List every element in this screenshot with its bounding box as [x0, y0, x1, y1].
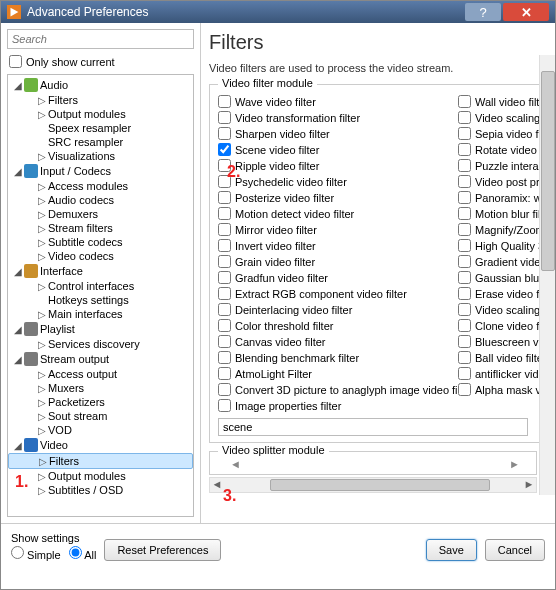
expand-icon[interactable]: ▷ — [36, 339, 48, 350]
only-show-current-box[interactable] — [9, 55, 22, 68]
filter-checkbox[interactable]: Scene video filter — [218, 143, 458, 156]
tree-item-audio[interactable]: ◢Audio — [8, 77, 193, 93]
filter-checkbox[interactable]: Alpha mask video — [458, 383, 548, 396]
expand-icon[interactable]: ▷ — [36, 95, 48, 106]
expand-icon[interactable]: ▷ — [36, 223, 48, 234]
filter-checkbox-input[interactable] — [218, 303, 231, 316]
filter-checkbox[interactable]: Convert 3D picture to anaglyph image vid… — [218, 383, 458, 396]
filter-checkbox[interactable]: Rotate video filter — [458, 143, 548, 156]
filter-checkbox[interactable]: Sharpen video filter — [218, 127, 458, 140]
filter-checkbox[interactable]: AtmoLight Filter — [218, 367, 458, 380]
expand-icon[interactable]: ▷ — [36, 369, 48, 380]
filter-checkbox[interactable]: Bluescreen video — [458, 335, 548, 348]
expand-icon[interactable]: ▷ — [36, 195, 48, 206]
filter-checkbox-input[interactable] — [218, 335, 231, 348]
tree-item-interface[interactable]: ◢Interface — [8, 263, 193, 279]
filter-checkbox[interactable]: Video scaling filter — [458, 303, 548, 316]
tree-item-filters[interactable]: ▷Filters — [8, 93, 193, 107]
filter-checkbox[interactable]: Ball video filter — [458, 351, 548, 364]
filter-checkbox-input[interactable] — [458, 111, 471, 124]
filter-checkbox-input[interactable] — [218, 143, 231, 156]
tree-item-access-output[interactable]: ▷Access output — [8, 367, 193, 381]
expand-icon[interactable]: ▷ — [36, 397, 48, 408]
filter-checkbox-input[interactable] — [218, 223, 231, 236]
filter-checkbox[interactable]: Invert video filter — [218, 239, 458, 252]
tree-item-control-interfaces[interactable]: ▷Control interfaces — [8, 279, 193, 293]
filter-checkbox-input[interactable] — [458, 191, 471, 204]
filter-checkbox[interactable]: Grain video filter — [218, 255, 458, 268]
filter-checkbox-input[interactable] — [218, 239, 231, 252]
filter-checkbox[interactable]: Motion blur filter — [458, 207, 548, 220]
tree-item-access-modules[interactable]: ▷Access modules — [8, 179, 193, 193]
filter-checkbox[interactable]: Motion detect video filter — [218, 207, 458, 220]
filter-checkbox[interactable]: Wall video filter — [458, 95, 548, 108]
tree-item-video-codecs[interactable]: ▷Video codecs — [8, 249, 193, 263]
filter-checkbox[interactable]: Deinterlacing video filter — [218, 303, 458, 316]
filter-checkbox[interactable]: Mirror video filter — [218, 223, 458, 236]
tree-item-muxers[interactable]: ▷Muxers — [8, 381, 193, 395]
filter-checkbox-input[interactable] — [218, 159, 231, 172]
filter-checkbox[interactable]: Sepia video filter — [458, 127, 548, 140]
filter-checkbox-input[interactable] — [458, 143, 471, 156]
filter-checkbox-input[interactable] — [218, 383, 231, 396]
tree-item-filters[interactable]: ▷Filters — [8, 453, 193, 469]
filter-checkbox-input[interactable] — [458, 159, 471, 172]
expand-icon[interactable]: ▷ — [36, 251, 48, 262]
expand-icon[interactable]: ▷ — [36, 181, 48, 192]
filter-checkbox[interactable]: Clone video filter — [458, 319, 548, 332]
expand-icon[interactable]: ◢ — [12, 80, 24, 91]
reset-preferences-button[interactable]: Reset Preferences — [104, 539, 221, 561]
filter-checkbox[interactable]: antiflicker video filter — [458, 367, 548, 380]
expand-icon[interactable]: ◢ — [12, 166, 24, 177]
filter-checkbox-input[interactable] — [458, 383, 471, 396]
save-button[interactable]: Save — [426, 539, 477, 561]
filter-checkbox-input[interactable] — [458, 239, 471, 252]
tree-item-output-modules[interactable]: ▷Output modules — [8, 107, 193, 121]
filter-checkbox-input[interactable] — [458, 319, 471, 332]
vertical-scrollbar[interactable] — [539, 55, 555, 495]
filter-checkbox-input[interactable] — [458, 287, 471, 300]
filter-checkbox[interactable]: Psychedelic video filter — [218, 175, 458, 188]
expand-icon[interactable]: ▷ — [36, 471, 48, 482]
expand-icon[interactable]: ◢ — [12, 440, 24, 451]
all-radio[interactable]: All — [69, 546, 97, 561]
expand-icon[interactable]: ▷ — [36, 383, 48, 394]
tree-item-subtitles-osd[interactable]: ▷Subtitles / OSD — [8, 483, 193, 497]
expand-icon[interactable]: ▷ — [36, 281, 48, 292]
expand-icon[interactable]: ▷ — [37, 456, 49, 467]
filter-checkbox-input[interactable] — [458, 207, 471, 220]
expand-icon[interactable]: ◢ — [12, 324, 24, 335]
tree-item-video[interactable]: ◢Video — [8, 437, 193, 453]
tree-item-audio-codecs[interactable]: ▷Audio codecs — [8, 193, 193, 207]
filter-checkbox[interactable]: Canvas video filter — [218, 335, 458, 348]
filter-checkbox[interactable]: Extract RGB component video filter — [218, 287, 458, 300]
expand-icon[interactable]: ▷ — [36, 425, 48, 436]
filter-checkbox-input[interactable] — [218, 351, 231, 364]
tree-item-vod[interactable]: ▷VOD — [8, 423, 193, 437]
filter-checkbox-input[interactable] — [218, 111, 231, 124]
filter-checkbox[interactable]: Color threshold filter — [218, 319, 458, 332]
expand-icon[interactable]: ◢ — [12, 354, 24, 365]
filter-checkbox-input[interactable] — [218, 367, 231, 380]
filter-checkbox[interactable]: Video post processing — [458, 175, 548, 188]
filter-checkbox-input[interactable] — [458, 303, 471, 316]
filter-checkbox-input[interactable] — [458, 175, 471, 188]
filter-checkbox[interactable]: High Quality 3D Denoiser — [458, 239, 548, 252]
filter-checkbox-input[interactable] — [218, 399, 231, 412]
horizontal-scrollbar[interactable]: ◄► — [209, 477, 537, 493]
close-button[interactable]: ✕ — [503, 3, 549, 21]
filter-checkbox[interactable]: Ripple video filter — [218, 159, 458, 172]
filter-checkbox-input[interactable] — [458, 351, 471, 364]
filter-checkbox[interactable]: Gradient video filter — [458, 255, 548, 268]
filter-checkbox-input[interactable] — [218, 127, 231, 140]
filter-checkbox-input[interactable] — [218, 319, 231, 332]
tree-item-input-codecs[interactable]: ◢Input / Codecs — [8, 163, 193, 179]
tree-item-visualizations[interactable]: ▷Visualizations — [8, 149, 193, 163]
filter-checkbox-input[interactable] — [458, 127, 471, 140]
tree-item-speex-resampler[interactable]: ·Speex resampler — [8, 121, 193, 135]
filter-checkbox-input[interactable] — [458, 367, 471, 380]
expand-icon[interactable]: ▷ — [36, 309, 48, 320]
filter-checkbox-input[interactable] — [218, 191, 231, 204]
expand-icon[interactable]: ▷ — [36, 209, 48, 220]
tree-item-playlist[interactable]: ◢Playlist — [8, 321, 193, 337]
